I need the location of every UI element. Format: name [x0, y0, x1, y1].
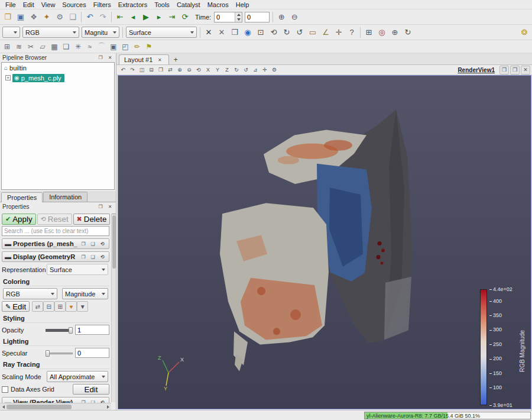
- menu-item[interactable]: Tools: [151, 1, 173, 9]
- search-input[interactable]: [2, 226, 109, 236]
- open-file-icon[interactable]: ❐: [1, 11, 14, 24]
- warp-icon[interactable]: ⌒: [96, 41, 108, 52]
- tree-expander-icon[interactable]: +: [5, 75, 11, 80]
- zoom-in-icon[interactable]: ⊕: [175, 66, 184, 75]
- reset-center-icon[interactable]: ↻: [401, 26, 414, 39]
- component-select[interactable]: Magnitu: [82, 27, 119, 38]
- menu-item[interactable]: Help: [232, 1, 253, 9]
- select-frustum-icon[interactable]: ❒: [228, 26, 241, 39]
- add-layout-tab-button[interactable]: +: [170, 55, 181, 64]
- close-tab-icon[interactable]: ✕: [155, 56, 164, 63]
- annotation-tag-icon[interactable]: ⚑: [143, 41, 155, 52]
- color-by-select[interactable]: RGB: [22, 27, 79, 38]
- data-axes-grid-checkbox[interactable]: [2, 386, 8, 393]
- save-data-icon[interactable]: ▣: [14, 11, 27, 24]
- select-cells-icon[interactable]: ✕: [202, 26, 215, 39]
- copy-properties-icon[interactable]: ❐: [79, 253, 87, 260]
- select-points-icon[interactable]: ✕: [215, 26, 228, 39]
- close-panel-icon[interactable]: ✕: [106, 203, 114, 211]
- close-panel-icon[interactable]: ✕: [106, 54, 114, 62]
- menu-item[interactable]: Extractors: [115, 1, 151, 9]
- group-datasets-icon[interactable]: ▣: [108, 41, 119, 52]
- perspective-icon[interactable]: ⊿: [251, 66, 260, 75]
- maximize-view-icon[interactable]: ❒: [510, 66, 520, 75]
- threshold-icon[interactable]: ▦: [48, 41, 60, 52]
- block-color-select[interactable]: [2, 27, 20, 38]
- extract-block-icon[interactable]: ◰: [119, 41, 131, 52]
- paste-properties-icon[interactable]: ❏: [89, 240, 97, 247]
- specular-slider[interactable]: [46, 349, 73, 357]
- vcr-previous-frame-icon[interactable]: ◂: [126, 11, 140, 24]
- data-axes-edit-button[interactable]: Edit: [73, 384, 109, 395]
- edit-pencil-icon[interactable]: ✏: [131, 41, 143, 52]
- reset-camera-view-icon[interactable]: ⟲: [194, 66, 203, 75]
- camera-undo-icon[interactable]: ↶: [118, 66, 128, 75]
- color-legend[interactable]: 4.4e+024003503002502001501003.9e+01 RGB …: [480, 286, 531, 409]
- delete-button[interactable]: ✖ Delete: [73, 214, 111, 225]
- pop-out-view-icon[interactable]: ❐: [156, 66, 166, 75]
- ruler-icon[interactable]: ▭: [306, 26, 319, 39]
- vcr-next-frame-icon[interactable]: ▸: [153, 11, 166, 24]
- menu-item[interactable]: Catalyst: [173, 1, 204, 9]
- rotate-view-cw-icon[interactable]: ↻: [232, 66, 241, 75]
- show-orientation-axes-icon[interactable]: ⊞: [362, 26, 375, 39]
- undo-icon[interactable]: ↶: [83, 11, 96, 24]
- save-screenshot-icon[interactable]: ❖: [27, 11, 40, 24]
- globe-icon[interactable]: ◉: [241, 26, 254, 39]
- apply-button[interactable]: ✔ Apply: [2, 214, 36, 225]
- menu-item[interactable]: Edit: [20, 1, 38, 9]
- opacity-slider[interactable]: [46, 326, 73, 334]
- copy-properties-icon[interactable]: ❐: [79, 240, 87, 247]
- zoom-out-icon[interactable]: ⊖: [184, 66, 194, 75]
- scroll-right-arrow-icon[interactable]: [105, 403, 111, 410]
- rescale-custom-range-icon[interactable]: ⊟: [43, 301, 54, 312]
- scrollbar-thumb[interactable]: [7, 405, 72, 409]
- protractor-icon[interactable]: ∠: [319, 26, 332, 39]
- rescale-visible-range-icon[interactable]: ⊞: [54, 301, 66, 312]
- menu-item[interactable]: Filters: [90, 1, 115, 9]
- scrollbar-thumb[interactable]: [112, 215, 116, 269]
- menu-item[interactable]: View: [38, 1, 59, 9]
- camera-settings-icon[interactable]: ✛: [332, 26, 345, 39]
- load-state-icon[interactable]: ❏: [66, 11, 79, 24]
- color-component-combo[interactable]: Magnitude: [62, 288, 108, 299]
- save-animation-icon[interactable]: ✦: [40, 11, 53, 24]
- reset-button[interactable]: ⟲ Reset: [37, 214, 72, 225]
- time-zoom-in-icon[interactable]: ⊕: [275, 11, 288, 24]
- vcr-first-frame-icon[interactable]: ⇤: [113, 11, 126, 24]
- rotate-counterclockwise-icon[interactable]: ↺: [293, 26, 306, 39]
- auto-apply-icon[interactable]: ⚙: [53, 11, 66, 24]
- swap-views-icon[interactable]: ⇄: [166, 66, 175, 75]
- render-view-title[interactable]: RenderView1: [458, 67, 495, 73]
- view-plus-y-icon[interactable]: Y: [213, 66, 222, 75]
- render-viewport[interactable]: X Y Z 4.4e+024003503002502001501003.9e+0…: [118, 75, 531, 409]
- representation-select[interactable]: Surface: [126, 27, 197, 38]
- view-settings-icon[interactable]: ⚙: [270, 66, 279, 75]
- representation-combo[interactable]: Surface: [47, 264, 108, 275]
- choose-preset-icon[interactable]: ♥: [66, 301, 77, 312]
- pipeline-item-builtin[interactable]: ⌂ builtin: [2, 63, 114, 73]
- contour-icon[interactable]: ≋: [13, 41, 25, 52]
- close-view-icon[interactable]: ✕: [521, 66, 530, 75]
- paste-properties-icon[interactable]: ❏: [89, 253, 97, 260]
- properties-vertical-scrollbar[interactable]: [111, 214, 116, 402]
- split-horizontal-icon[interactable]: ◫: [137, 66, 147, 75]
- rotate-view-ccw-icon[interactable]: ↺: [241, 66, 251, 75]
- pick-center-icon[interactable]: ⊕: [388, 26, 401, 39]
- time-value-input[interactable]: [215, 12, 235, 22]
- view-plus-x-icon[interactable]: X: [203, 66, 213, 75]
- save-preset-icon[interactable]: ▼: [77, 301, 88, 312]
- color-array-combo[interactable]: RGB: [3, 288, 57, 299]
- vcr-last-frame-icon[interactable]: ⇥: [166, 11, 179, 24]
- opacity-input[interactable]: [75, 325, 109, 335]
- reset-properties-icon[interactable]: ⟲: [98, 240, 106, 247]
- legend-gradient-bar[interactable]: [480, 289, 487, 405]
- reset-properties-icon[interactable]: ⟲: [98, 253, 106, 260]
- slider-handle[interactable]: [46, 350, 50, 357]
- glyph-filter-icon[interactable]: ✳: [72, 41, 84, 52]
- pipeline-selected-item[interactable]: ◉ p_mesh_c.ply: [12, 74, 64, 82]
- float-panel-icon[interactable]: ❐: [96, 203, 105, 211]
- properties-horizontal-scrollbar[interactable]: [0, 403, 111, 410]
- reset-camera-icon[interactable]: ⟲: [267, 26, 280, 39]
- show-center-icon[interactable]: ◎: [375, 26, 388, 39]
